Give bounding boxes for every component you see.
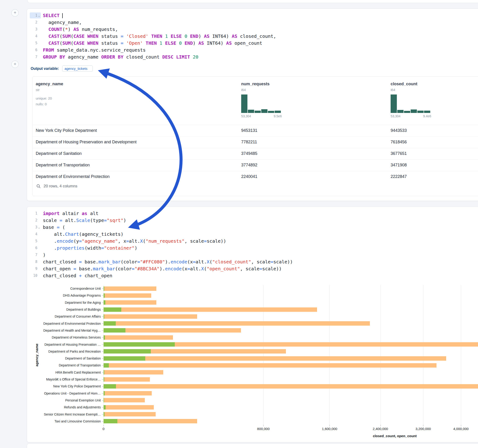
grid-line bbox=[423, 285, 423, 425]
code-token: = bbox=[204, 238, 207, 244]
histogram-bar bbox=[241, 94, 247, 113]
code-line[interactable]: 3 COUNT(*) AS num_requests, bbox=[30, 26, 478, 33]
line-gutter: 7 bbox=[30, 54, 41, 60]
code-token: (x bbox=[182, 266, 187, 272]
fold-chevron-icon[interactable]: ⌄ bbox=[37, 226, 41, 229]
code-token: ) bbox=[43, 252, 46, 258]
code-line[interactable]: 10chart_closed + chart_open bbox=[30, 272, 478, 279]
code-token: closed_count, bbox=[237, 33, 276, 39]
code-line[interactable]: 5 .encode(y="agency_name", x=alt.X("num_… bbox=[30, 238, 478, 244]
bar-open_count bbox=[104, 293, 105, 298]
code-token: (type bbox=[90, 218, 104, 223]
code-token: ). bbox=[165, 259, 171, 265]
line-gutter: 4 bbox=[30, 33, 41, 39]
column-header-closed_count[interactable]: closed_counti6453,3049.4e6 bbox=[391, 81, 431, 118]
x-axis-label: 800,000 bbox=[247, 427, 279, 431]
code-line[interactable]: 7) bbox=[30, 251, 478, 258]
x-axis-label: 4,000,000 bbox=[445, 427, 477, 431]
histogram-min-label: 53,304 bbox=[241, 114, 251, 118]
code-token: ) bbox=[68, 26, 73, 32]
histogram-bar bbox=[248, 110, 254, 113]
code-token: = bbox=[121, 33, 123, 39]
x-axis-label: 2,400,000 bbox=[364, 427, 396, 431]
code-line[interactable]: 9chart_open = base.mark_bar(color="#8BC3… bbox=[30, 265, 478, 272]
code-token: open_count bbox=[232, 40, 262, 46]
code-token: ). bbox=[160, 266, 165, 272]
table-row[interactable]: Department of Transportation377489234719… bbox=[32, 160, 478, 171]
bar-closed_count bbox=[104, 412, 156, 417]
x-axis-title: closed_count, open_count bbox=[350, 434, 440, 438]
bar-closed_count bbox=[104, 293, 151, 298]
search-icon[interactable] bbox=[36, 184, 41, 188]
bar-open_count bbox=[104, 335, 105, 340]
code-token: . bbox=[43, 238, 57, 244]
grid-line bbox=[104, 285, 104, 425]
code-token: , scale bbox=[251, 259, 270, 265]
code-line[interactable]: 3⌄base = ( bbox=[30, 224, 478, 231]
code-line[interactable]: 2 agency_name, bbox=[30, 19, 478, 26]
code-token: ( bbox=[143, 238, 146, 244]
add-cell-button[interactable]: + bbox=[11, 61, 19, 68]
code-token: = bbox=[270, 259, 273, 265]
code-token: closed_count bbox=[123, 54, 162, 60]
code-token: chart_open bbox=[43, 266, 73, 272]
fold-chevron-icon[interactable]: ⌄ bbox=[37, 14, 41, 17]
code-token: = bbox=[73, 266, 76, 272]
code-token: encode bbox=[57, 238, 73, 244]
column-header-num_requests[interactable]: num_requestsi6453,3049.5e6 bbox=[241, 81, 282, 118]
table-row[interactable]: Department of Sanitation37494853677651 bbox=[32, 148, 478, 160]
code-token: alt. bbox=[62, 218, 76, 223]
code-token: 0 bbox=[179, 40, 182, 46]
line-gutter: 1⌄ bbox=[30, 12, 41, 19]
y-axis-label: Department of Housing Preservation … bbox=[32, 343, 101, 346]
code-token: alt. bbox=[43, 231, 65, 237]
code-line[interactable]: 4 alt.Chart(agency_tickets) bbox=[30, 231, 478, 238]
code-line[interactable]: 1⌄SELECT bbox=[30, 12, 478, 19]
histogram-bar bbox=[261, 109, 267, 113]
table-cell: 9443533 bbox=[391, 128, 407, 133]
histogram bbox=[241, 94, 282, 113]
sql-code-editor[interactable]: 1⌄SELECT 2 agency_name,3 COUNT(*) AS num… bbox=[30, 12, 478, 60]
code-line[interactable]: 6FROM sample_data.nyc.service_requests bbox=[30, 47, 478, 53]
bar-open_count bbox=[104, 300, 105, 305]
code-token bbox=[143, 40, 146, 46]
code-token: LIMIT bbox=[176, 54, 190, 60]
code-line[interactable]: 8chart_closed = base.mark_bar(color="#FF… bbox=[30, 258, 478, 265]
line-number: 4 bbox=[35, 232, 37, 236]
grid-line bbox=[461, 285, 461, 425]
line-number: 5 bbox=[35, 41, 37, 45]
code-token: INT64) bbox=[210, 33, 232, 39]
table-row[interactable]: Department of Housing Preservation and D… bbox=[32, 137, 478, 148]
code-token: "open_count" bbox=[207, 266, 240, 272]
code-token: sample_data.nyc.service_requests bbox=[54, 47, 145, 53]
code-token: COUNT bbox=[48, 26, 62, 32]
table-cell: 7782211 bbox=[241, 140, 257, 144]
output-variable-chip[interactable]: agency_tickets bbox=[62, 65, 93, 72]
table-row[interactable]: New York City Police Department945313194… bbox=[32, 125, 478, 137]
add-cell-button[interactable]: + bbox=[11, 9, 19, 17]
table-row[interactable]: Department of Environmental Protection22… bbox=[32, 171, 478, 182]
code-line[interactable]: 6 .properties(width="container") bbox=[30, 244, 478, 251]
code-text: alt.Chart(agency_tickets) bbox=[41, 231, 123, 237]
line-number: 7 bbox=[35, 55, 37, 59]
table-cell: 3749485 bbox=[241, 151, 257, 156]
code-line[interactable]: 1import altair as alt bbox=[30, 210, 478, 217]
x-axis-tick bbox=[329, 425, 330, 426]
code-token: CAST bbox=[48, 33, 59, 39]
python-code-editor[interactable]: 1import altair as alt2scale = alt.Scale(… bbox=[30, 210, 478, 279]
y-axis-tick bbox=[102, 351, 103, 352]
code-line[interactable]: 7GROUP BY agency_name ORDER BY closed_co… bbox=[30, 53, 478, 60]
bar-open_count bbox=[104, 356, 145, 361]
code-token: alt. bbox=[195, 259, 207, 265]
code-token: status bbox=[98, 40, 121, 46]
y-axis-label: New York City Police Department bbox=[32, 384, 101, 388]
bar-open_count bbox=[104, 412, 104, 417]
table-cell: Department of Environmental Protection bbox=[36, 174, 110, 179]
bar-closed_count bbox=[104, 419, 197, 423]
code-token: GROUP BY bbox=[43, 54, 65, 60]
code-line[interactable]: 5 CAST(SUM(CASE WHEN status = 'Open' THE… bbox=[30, 40, 478, 47]
code-token: "container" bbox=[104, 245, 134, 251]
column-header-agency_name[interactable]: agency_namestrunique: 20nulls: 0 bbox=[36, 81, 63, 107]
code-line[interactable]: 2scale = alt.Scale(type="sqrt") bbox=[30, 217, 478, 224]
code-line[interactable]: 4 CAST(SUM(CASE WHEN status = 'Closed' T… bbox=[30, 33, 478, 40]
